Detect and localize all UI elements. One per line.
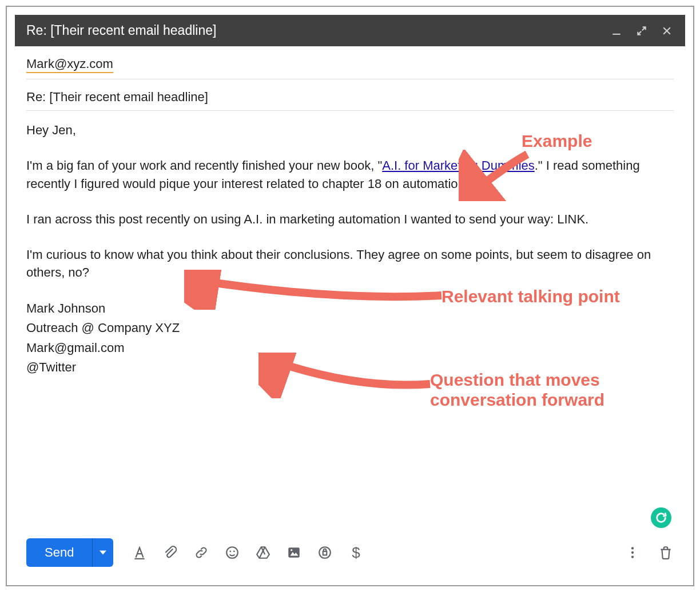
- more-options-icon[interactable]: [625, 545, 641, 561]
- svg-rect-15: [323, 551, 327, 555]
- svg-point-6: [230, 550, 232, 552]
- email-body[interactable]: Hey Jen, I'm a big fan of your work and …: [15, 111, 685, 530]
- money-icon[interactable]: $: [348, 545, 364, 561]
- signature-email: Mark@gmail.com: [26, 338, 674, 358]
- svg-marker-3: [100, 550, 106, 554]
- grammarly-icon[interactable]: [651, 507, 671, 528]
- svg-point-18: [631, 555, 634, 558]
- window-title: Re: [Their recent email headline]: [26, 23, 610, 38]
- expand-icon[interactable]: [635, 24, 649, 38]
- emoji-icon[interactable]: [224, 545, 240, 561]
- svg-point-17: [631, 551, 634, 554]
- formatting-icon[interactable]: [132, 545, 148, 561]
- window-controls: [610, 24, 674, 38]
- header-fields: Mark@xyz.com Re: [Their recent email hea…: [15, 46, 685, 111]
- discard-icon[interactable]: [658, 545, 674, 561]
- drive-icon[interactable]: [255, 545, 271, 561]
- body-paragraph-3: I'm curious to know what you think about…: [26, 246, 674, 282]
- svg-point-16: [631, 547, 634, 549]
- link-icon[interactable]: [193, 545, 209, 561]
- svg-point-13: [291, 549, 292, 551]
- svg-marker-8: [257, 547, 270, 558]
- signature-twitter: @Twitter: [26, 358, 674, 377]
- image-icon[interactable]: [286, 545, 302, 561]
- svg-point-7: [233, 550, 235, 552]
- minimize-icon[interactable]: [610, 24, 623, 38]
- compose-window: Re: [Their recent email headline] Mark@x…: [15, 15, 685, 577]
- body-paragraph-2: I ran across this post recently on using…: [26, 210, 674, 229]
- signature-name: Mark Johnson: [26, 299, 674, 318]
- signature: Mark Johnson Outreach @ Company XYZ Mark…: [26, 299, 674, 377]
- format-tools: $: [132, 545, 364, 561]
- subject-field[interactable]: Re: [Their recent email headline]: [26, 79, 674, 111]
- titlebar: Re: [Their recent email headline]: [15, 15, 685, 46]
- compose-toolbar: Send: [15, 530, 685, 577]
- svg-point-5: [227, 547, 238, 558]
- signature-role: Outreach @ Company XYZ: [26, 318, 674, 338]
- attach-icon[interactable]: [162, 545, 178, 561]
- send-options-dropdown[interactable]: [93, 538, 113, 567]
- to-field[interactable]: Mark@xyz.com: [26, 46, 674, 79]
- book-link[interactable]: A.I. for Marketing Dummies: [382, 158, 535, 173]
- close-icon[interactable]: [660, 24, 674, 38]
- recipient-chip[interactable]: Mark@xyz.com: [26, 57, 113, 73]
- send-button[interactable]: Send: [26, 538, 113, 567]
- send-button-label[interactable]: Send: [26, 538, 93, 567]
- toolbar-right: [625, 545, 674, 561]
- body-greeting: Hey Jen,: [26, 121, 674, 139]
- window-frame: Re: [Their recent email headline] Mark@x…: [6, 6, 694, 586]
- body-paragraph-1: I'm a big fan of your work and recently …: [26, 157, 674, 193]
- confidential-icon[interactable]: [317, 545, 333, 561]
- svg-rect-11: [289, 547, 300, 557]
